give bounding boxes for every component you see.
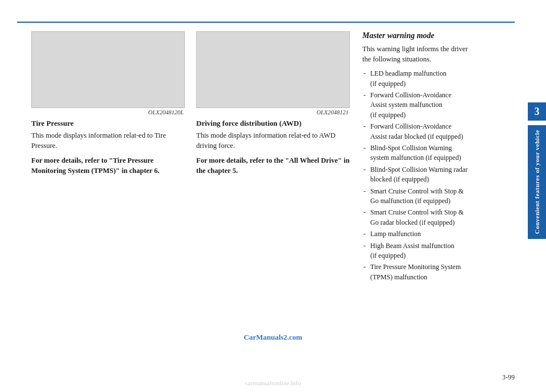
top-divider [17,22,515,23]
tire-pressure-title: Tire Pressure [31,119,185,128]
driving-force-image-id: OLX2048121 [196,108,350,115]
tire-pressure-image [31,31,185,108]
list-item: Forward Collision-AvoidanceAssist system… [362,90,515,120]
list-item: Smart Cruise Control with Stop &Go radar… [362,208,515,228]
list-item: Forward Collision-AvoidanceAssist radar … [362,122,515,142]
tire-pressure-image-id: OLX2048120L [31,108,185,115]
footer-logo: carmanualsonline.info [245,379,301,386]
driving-force-image [196,31,350,108]
tire-pressure-section: OLX2048120L Tire Pressure This mode disp… [31,31,185,176]
sidebar-number-box: 3 [528,102,546,121]
left-area: OLX2048120L Tire Pressure This mode disp… [31,31,350,361]
main-content: OLX2048120L Tire Pressure This mode disp… [31,31,515,361]
sidebar-tab: Convenient features of your vehicle [528,125,546,239]
list-item: LED headlamp malfunction(if equipped) [362,69,515,89]
page: OLX2048120L Tire Pressure This mode disp… [0,0,546,392]
master-warning-title: Master warning mode [362,31,515,40]
images-row: OLX2048120L Tire Pressure This mode disp… [31,31,350,176]
list-item: Blind-Spot Collision Warningsystem malfu… [362,143,515,163]
list-item: Tire Pressure Monitoring System(TPMS) ma… [362,262,515,282]
sidebar-number: 3 [535,106,540,118]
tire-pressure-body2: For more details, refer to "Tire Pressur… [31,155,185,176]
list-item: Blind-Spot Collision Warning radarblocke… [362,165,515,185]
list-item: Lamp malfunction [362,229,515,239]
driving-force-body2: For more details, refer to the "All Whee… [196,155,350,176]
driving-force-body1: This mode displays information relat-ed … [196,130,350,151]
sidebar-label: Convenient features of your vehicle [533,130,540,234]
driving-force-section: OLX2048121 Driving force distribution (A… [196,31,350,176]
right-area: Master warning mode This warning light i… [350,31,515,361]
master-intro-1: This warning light informs the driver th… [362,44,515,64]
master-warning-list: LED headlamp malfunction(if equipped) Fo… [362,69,515,282]
list-item: Smart Cruise Control with Stop &Go malfu… [362,187,515,207]
tire-pressure-body1: This mode displays information relat-ed … [31,130,185,151]
right-sidebar: 3 Convenient features of your vehicle [528,0,546,392]
driving-force-title: Driving force distribution (AWD) [196,119,350,128]
list-item: High Beam Assist malfunction(if equipped… [362,241,515,261]
page-number: 3-99 [502,373,515,382]
watermark: CarManuals2.com [244,333,303,342]
